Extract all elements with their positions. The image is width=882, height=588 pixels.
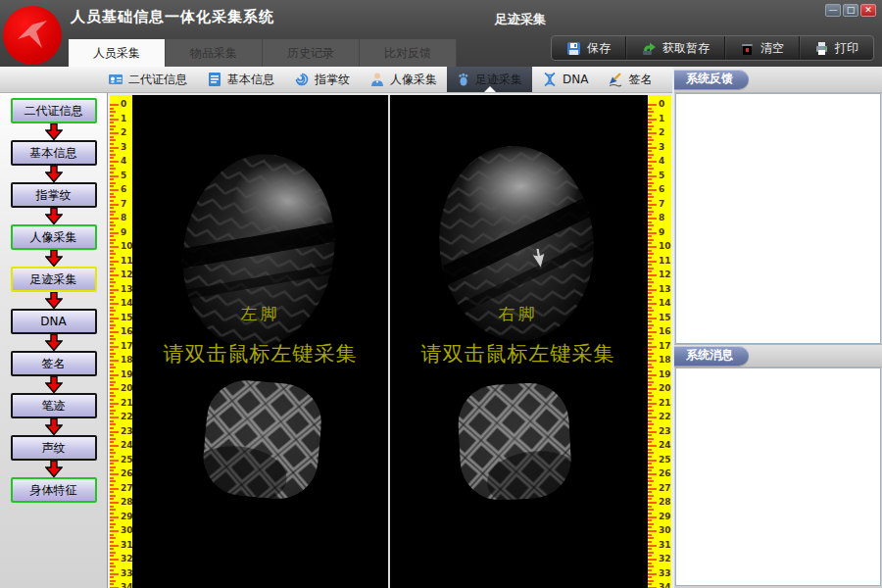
fingerprint-icon [294, 72, 310, 87]
id-card-icon [108, 72, 123, 87]
logo-glyph [18, 21, 47, 48]
step-body-features[interactable]: 身体特征 [11, 477, 97, 503]
minimize-button[interactable]: — [825, 4, 841, 17]
step-signature[interactable]: 签名 [11, 351, 97, 376]
nav-label: 指掌纹 [315, 72, 350, 88]
nav-label: 人像采集 [390, 72, 437, 88]
flow-arrow-icon [45, 123, 63, 140]
fetch-staged-button[interactable]: 获取暂存 [626, 36, 725, 60]
nav-label: DNA [563, 73, 588, 86]
clear-button[interactable]: 清空 [725, 36, 800, 60]
basic-info-icon [207, 72, 222, 87]
nav-signature[interactable]: 签名 [598, 67, 662, 92]
system-panel: 系统反馈 系统消息 [672, 67, 882, 588]
flow-arrow-icon [45, 250, 63, 267]
app-title: 人员基础信息一体化采集系统 [71, 8, 274, 26]
workflow-sidebar: 二代证信息 基本信息 指掌纹 人像采集 足迹采集 DNA 签名 笔迹 声纹 身体… [0, 93, 108, 588]
portrait-icon [369, 72, 385, 87]
step-handwriting[interactable]: 笔迹 [11, 393, 97, 418]
nav-portrait[interactable]: 人像采集 [360, 67, 447, 92]
print-icon [814, 41, 829, 56]
tab-history[interactable]: 历史记录 [263, 39, 360, 67]
right-foot-label: 右脚 [390, 303, 646, 325]
flow-arrow-icon [45, 376, 63, 393]
close-button[interactable]: ✕ [860, 4, 876, 17]
collect-type-toolbar: 二代证信息 基本信息 指掌纹 人像采集 足迹采集 DNA 签名 笔迹 [0, 67, 672, 93]
clear-label: 清空 [760, 40, 784, 57]
signature-icon [608, 72, 623, 87]
maximize-button[interactable]: □ [843, 4, 858, 17]
left-ruler: 0123456789101112131415161718192021222324… [108, 95, 132, 588]
main-tab-bar: 人员采集 物品采集 历史记录 比对反馈 [69, 39, 457, 67]
nav-dna[interactable]: DNA [532, 67, 598, 92]
app-logo [3, 6, 62, 65]
footprint-capture-area: 0123456789101112131415161718192021222324… [108, 93, 672, 588]
system-message-title: 系统消息 [674, 346, 749, 366]
print-button[interactable]: 打印 [800, 36, 873, 60]
title-bar: 人员基础信息一体化采集系统 足迹采集 — □ ✕ 人员采集 物品采集 历史记录 … [0, 0, 882, 67]
step-dna[interactable]: DNA [11, 309, 97, 334]
flow-arrow-icon [45, 166, 63, 182]
nav-label: 足迹采集 [475, 72, 522, 88]
window-controls: — □ ✕ [825, 4, 876, 17]
tab-person-collect[interactable]: 人员采集 [69, 39, 166, 67]
print-label: 打印 [835, 40, 858, 57]
step-portrait[interactable]: 人像采集 [11, 224, 97, 250]
save-button[interactable]: 保存 [552, 36, 626, 60]
left-foot-instruction: 请双击鼠标左键采集 [132, 340, 388, 368]
dna-icon [542, 72, 558, 87]
flow-arrow-icon [45, 461, 63, 477]
nav-label: 二代证信息 [128, 72, 187, 88]
save-icon [566, 41, 581, 56]
flow-arrow-icon [45, 292, 63, 309]
nav-basic-info[interactable]: 基本信息 [197, 67, 284, 92]
nav-fingerprint[interactable]: 指掌纹 [284, 67, 360, 92]
nav-id-card-info[interactable]: 二代证信息 [98, 67, 197, 92]
left-foot-label: 左脚 [132, 303, 388, 325]
flow-arrow-icon [45, 418, 63, 435]
action-toolbar: 保存 获取暂存 清空 打印 [551, 35, 874, 61]
nav-label: 基本信息 [227, 72, 274, 88]
tab-compare-feedback[interactable]: 比对反馈 [360, 39, 457, 67]
right-ruler: 0123456789101112131415161718192021222324… [648, 95, 672, 588]
app-window: 人员基础信息一体化采集系统 足迹采集 — □ ✕ 人员采集 物品采集 历史记录 … [0, 0, 882, 588]
step-voiceprint[interactable]: 声纹 [11, 435, 97, 461]
system-message-list[interactable] [675, 368, 881, 586]
flow-arrow-icon [45, 334, 63, 351]
clear-icon [740, 41, 755, 56]
step-footprint[interactable]: 足迹采集 [11, 267, 97, 292]
tab-item-collect[interactable]: 物品采集 [166, 39, 263, 67]
footprint-icon [457, 72, 470, 87]
nav-footprint[interactable]: 足迹采集 [447, 67, 532, 92]
system-feedback-header: 系统反馈 [674, 67, 882, 93]
page-title: 足迹采集 [495, 11, 546, 28]
nav-label: 签名 [628, 72, 652, 88]
step-fingerprint[interactable]: 指掌纹 [11, 182, 97, 208]
left-foot-capture-pane[interactable]: 左脚 请双击鼠标左键采集 [132, 95, 388, 588]
step-id-card-info[interactable]: 二代证信息 [11, 98, 97, 123]
step-basic-info[interactable]: 基本信息 [11, 140, 97, 166]
system-feedback-title: 系统反馈 [674, 70, 749, 89]
fetch-staged-icon [641, 41, 657, 56]
system-message-header: 系统消息 [674, 344, 882, 368]
right-foot-instruction: 请双击鼠标左键采集 [390, 340, 646, 368]
fetch-staged-label: 获取暂存 [662, 40, 710, 57]
save-label: 保存 [587, 40, 611, 57]
flow-arrow-icon [45, 208, 63, 224]
system-feedback-list[interactable] [675, 93, 881, 344]
right-foot-capture-pane[interactable]: 右脚 请双击鼠标左键采集 [390, 95, 646, 588]
